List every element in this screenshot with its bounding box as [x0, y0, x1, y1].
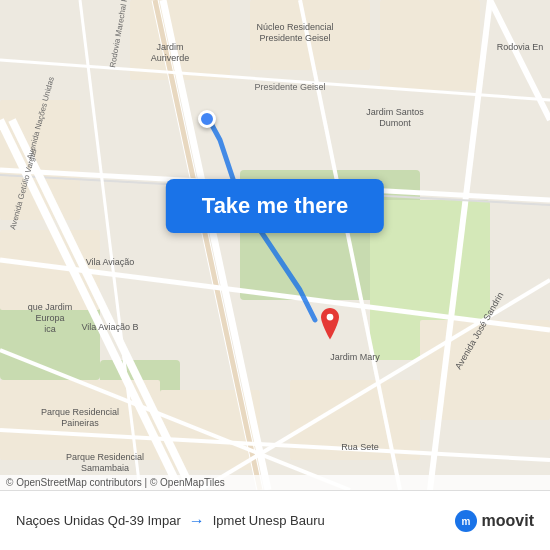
- svg-text:Vila Aviação: Vila Aviação: [86, 257, 135, 267]
- svg-text:Samambaia: Samambaia: [81, 463, 129, 473]
- svg-text:Dumont: Dumont: [379, 118, 411, 128]
- route-arrow-icon: →: [189, 512, 205, 530]
- svg-text:Presidente Geisel: Presidente Geisel: [254, 82, 325, 92]
- bottom-bar: Naçoes Unidas Qd-39 Impar → Ipmet Unesp …: [0, 490, 550, 550]
- svg-line-16: [490, 0, 550, 120]
- route-to-label: Ipmet Unesp Bauru: [213, 513, 325, 528]
- svg-point-52: [327, 314, 334, 321]
- route-from-label: Naçoes Unidas Qd-39 Impar: [16, 513, 181, 528]
- svg-text:Paineiras: Paineiras: [61, 418, 99, 428]
- svg-text:ica: ica: [44, 324, 56, 334]
- svg-rect-6: [380, 0, 480, 90]
- map-container: Núcleo Residencial Presidente Geisel Pre…: [0, 0, 550, 490]
- svg-text:Jardim Mary: Jardim Mary: [330, 352, 380, 362]
- origin-marker: [198, 110, 216, 128]
- svg-text:Rodovia En: Rodovia En: [497, 42, 544, 52]
- svg-text:Jardim: Jardim: [156, 42, 183, 52]
- moovit-text: moovit: [477, 512, 534, 530]
- svg-text:que Jardim: que Jardim: [28, 302, 73, 312]
- svg-text:Presidente Geisel: Presidente Geisel: [259, 33, 330, 43]
- svg-text:Parque Residencial: Parque Residencial: [66, 452, 144, 462]
- svg-text:Auriverde: Auriverde: [151, 53, 190, 63]
- svg-text:Vila Aviação B: Vila Aviação B: [81, 322, 138, 332]
- take-me-there-button[interactable]: Take me there: [166, 179, 384, 233]
- svg-text:m: m: [462, 516, 471, 527]
- svg-text:Núcleo Residencial: Núcleo Residencial: [256, 22, 333, 32]
- destination-marker: [316, 308, 344, 348]
- svg-text:Rua Sete: Rua Sete: [341, 442, 379, 452]
- svg-text:Europa: Europa: [35, 313, 64, 323]
- svg-text:Parque Residencial: Parque Residencial: [41, 407, 119, 417]
- moovit-logo: m moovit: [455, 510, 534, 532]
- svg-text:Jardim Santos: Jardim Santos: [366, 107, 424, 117]
- svg-text:Rodovia Marechal Rondon: Rodovia Marechal Rondon: [108, 0, 133, 68]
- map-svg: Núcleo Residencial Presidente Geisel Pre…: [0, 0, 550, 490]
- map-attribution: © OpenStreetMap contributors | © OpenMap…: [0, 475, 550, 490]
